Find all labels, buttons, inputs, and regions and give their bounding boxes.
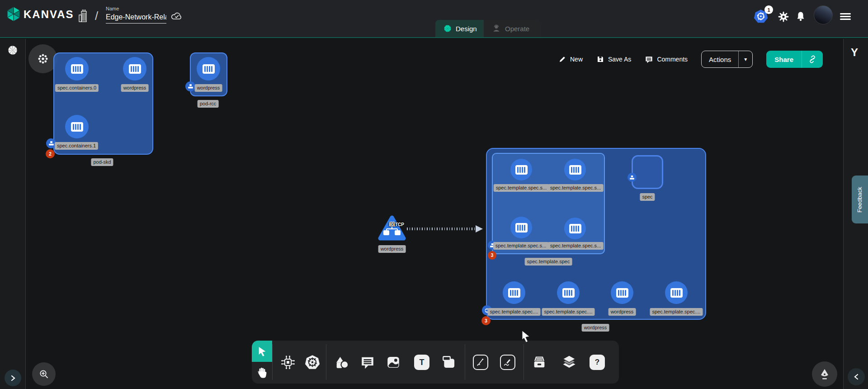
freehand-draw-tool[interactable] xyxy=(499,354,516,371)
node-wordpress-pod-rcc[interactable] xyxy=(197,57,220,81)
node-template-container[interactable] xyxy=(510,159,532,180)
new-button[interactable]: New xyxy=(558,55,583,63)
feedback-label: Feedback xyxy=(857,186,863,212)
node-service-wordpress[interactable] xyxy=(377,214,407,242)
brand-wordmark: KANVAS xyxy=(24,8,74,21)
saved-components-tool[interactable] xyxy=(531,354,548,371)
help-icon: ? xyxy=(590,355,605,370)
toolbar-divider xyxy=(272,344,273,380)
container-icon xyxy=(508,288,520,298)
select-tool[interactable] xyxy=(252,341,272,362)
caret-down-icon: ▾ xyxy=(744,56,747,62)
expand-left-panel-button[interactable] xyxy=(5,370,21,386)
pen-tool[interactable] xyxy=(472,354,489,371)
comment-icon xyxy=(360,355,375,370)
error-count-badge[interactable]: 3 xyxy=(488,251,496,260)
design-actions-bar: New Save As Comments Actions ▾ Share xyxy=(558,51,823,68)
settings-gear-icon[interactable] xyxy=(778,11,789,23)
feedback-tab[interactable]: Feedback xyxy=(852,176,868,223)
comments-button-label: Comments xyxy=(657,56,688,63)
save-as-button[interactable]: Save As xyxy=(596,55,631,63)
container-icon xyxy=(71,64,83,74)
left-sidebar xyxy=(0,39,26,389)
label-shape-tool[interactable] xyxy=(440,354,458,371)
node-label: spec.template.spec.... xyxy=(488,308,541,316)
group-label-pod-skd: pod-skd xyxy=(91,158,113,166)
shapes-tool[interactable] xyxy=(333,354,350,371)
container-icon xyxy=(670,288,683,298)
group-label-deployment: wordpress xyxy=(582,324,609,332)
toolbar-divider xyxy=(326,344,326,380)
copy-link-button[interactable] xyxy=(802,51,823,68)
layers-icon xyxy=(561,354,577,370)
tab-operate[interactable]: Operate xyxy=(484,20,541,37)
kanvas-app: { "app": { "title": "Kanvas" }, "header"… xyxy=(0,0,868,389)
organization-icon[interactable] xyxy=(78,9,90,23)
user-avatar[interactable] xyxy=(814,5,833,24)
group-label-spec-template-spec: spec.template.spec xyxy=(525,258,572,266)
service-label: wordpress xyxy=(378,245,406,253)
save-as-button-label: Save As xyxy=(608,56,631,63)
toolbar-divider xyxy=(524,344,524,380)
y-panel-icon[interactable]: Y xyxy=(851,46,858,59)
kubernetes-context-icon[interactable]: 1 xyxy=(753,9,769,24)
ink-pen-button[interactable] xyxy=(812,361,837,387)
node-label-spec: spec xyxy=(640,193,655,201)
node-template-container[interactable] xyxy=(564,218,586,239)
collapse-right-panel-button[interactable] xyxy=(848,368,865,385)
node-label: wordpress xyxy=(121,84,149,92)
tab-design[interactable]: Design xyxy=(435,20,484,37)
actions-caret-button[interactable]: ▾ xyxy=(738,51,752,67)
error-count-badge[interactable]: 2 xyxy=(46,149,55,158)
pan-tool[interactable] xyxy=(252,362,272,383)
node-template-container[interactable] xyxy=(557,281,580,304)
container-icon xyxy=(562,288,575,298)
design-spiral-icon xyxy=(443,24,452,33)
comment-tool[interactable] xyxy=(359,354,376,371)
pod-badge-icon[interactable] xyxy=(185,81,195,91)
tab-operate-label: Operate xyxy=(505,25,529,33)
label-rect-icon xyxy=(441,355,457,370)
node-template-container[interactable] xyxy=(503,281,525,304)
zoom-button[interactable] xyxy=(32,362,56,386)
actions-split-button[interactable]: Actions ▾ xyxy=(701,51,753,68)
pod-badge-icon[interactable] xyxy=(627,173,637,182)
share-split-button[interactable]: Share xyxy=(766,51,823,68)
link-icon xyxy=(808,55,817,64)
node-template-container[interactable] xyxy=(665,281,688,304)
node-wordpress-pod-skd[interactable] xyxy=(123,57,146,81)
layers-tool[interactable] xyxy=(561,354,578,371)
node-label: spec.template.spec.... xyxy=(542,308,595,316)
kubernetes-icon xyxy=(304,354,321,370)
breadcrumb-separator: / xyxy=(95,9,98,23)
help-tool[interactable]: ? xyxy=(589,354,606,371)
group-label-pod-rcc: pod-rcc xyxy=(198,100,219,108)
node-spec-containers-1[interactable] xyxy=(65,115,89,138)
image-tool[interactable] xyxy=(385,354,402,371)
design-name-input[interactable] xyxy=(106,13,166,24)
node-spec[interactable] xyxy=(632,155,663,189)
component-shapes-tool[interactable] xyxy=(279,354,297,371)
node-label: spec.containers.0 xyxy=(55,84,99,92)
text-icon: T xyxy=(414,355,429,370)
group-spec-template-spec[interactable]: 3 xyxy=(492,153,605,254)
node-spec-containers-0[interactable] xyxy=(65,57,89,81)
drawer-icon xyxy=(532,355,547,370)
error-count-badge[interactable]: 3 xyxy=(481,316,491,325)
node-wordpress-container[interactable] xyxy=(611,281,633,304)
app-header: KANVAS / Name xyxy=(0,0,868,38)
text-tool[interactable]: T xyxy=(413,354,430,371)
notifications-bell-icon[interactable] xyxy=(795,11,806,23)
chip-icon xyxy=(280,355,296,370)
history-spiral-icon[interactable] xyxy=(7,44,19,56)
hamburger-menu-icon[interactable] xyxy=(840,12,851,21)
node-template-container[interactable] xyxy=(510,217,532,238)
comments-button[interactable]: Comments xyxy=(645,55,688,64)
container-icon xyxy=(569,165,581,175)
kubernetes-tool[interactable] xyxy=(304,354,321,371)
share-button-label[interactable]: Share xyxy=(766,51,802,68)
actions-button-label[interactable]: Actions xyxy=(702,51,738,67)
hand-icon xyxy=(257,367,268,379)
node-template-container[interactable] xyxy=(564,159,586,180)
kanvas-logo-icon[interactable] xyxy=(6,6,21,22)
